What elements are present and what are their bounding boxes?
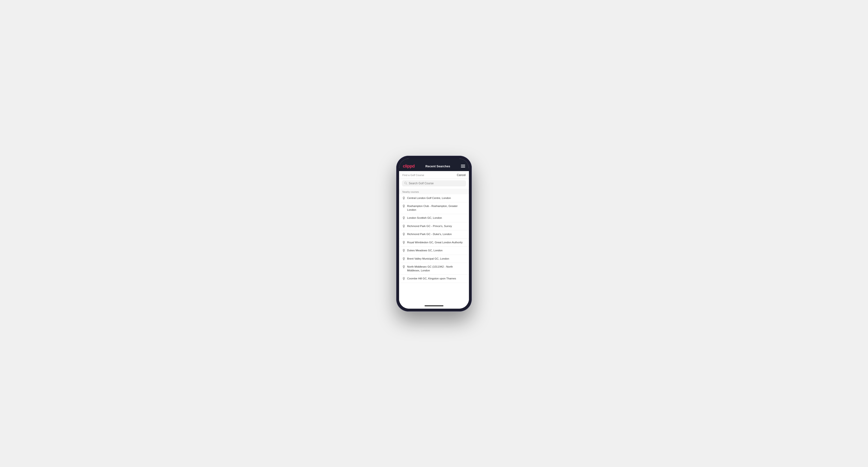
pin-icon [402, 225, 405, 228]
pin-icon [402, 249, 405, 252]
list-item[interactable]: Richmond Park GC - Prince's, Surrey [399, 222, 469, 230]
svg-point-4 [403, 217, 404, 218]
list-item[interactable]: Richmond Park GC - Duke's, London [399, 230, 469, 239]
svg-line-1 [406, 184, 407, 185]
pin-icon [402, 205, 405, 208]
course-name: Central London Golf Centre, London [407, 196, 451, 200]
pin-icon [402, 277, 405, 280]
phone-frame: clippd Recent Searches Find a Golf Cours… [396, 156, 472, 311]
course-name: Royal Wimbledon GC, Great London Authori… [407, 241, 463, 245]
find-header: Find a Golf Course Cancel [399, 171, 469, 179]
svg-point-9 [403, 258, 404, 259]
course-name: Brent Valley Municipal GC, London [407, 257, 449, 261]
svg-point-11 [403, 278, 404, 279]
pin-icon [402, 241, 405, 244]
course-list: Central London Golf Centre, London Roeha… [399, 194, 469, 304]
list-item[interactable]: London Scottish GC, London [399, 214, 469, 222]
list-item[interactable]: Dukes Meadows GC, London [399, 247, 469, 255]
main-content: Find a Golf Course Cancel Nearby courses [399, 171, 469, 304]
search-icon [404, 182, 407, 185]
list-item[interactable]: North Middlesex GC (1011942 - North Midd… [399, 263, 469, 275]
list-item[interactable]: Central London Golf Centre, London [399, 194, 469, 203]
course-name: North Middlesex GC (1011942 - North Midd… [407, 265, 466, 272]
nearby-section-label: Nearby courses [399, 189, 469, 194]
pin-icon [402, 216, 405, 220]
list-item[interactable]: Royal Wimbledon GC, Great London Authori… [399, 239, 469, 247]
course-name: London Scottish GC, London [407, 216, 442, 220]
app-logo: clippd [403, 164, 415, 169]
course-name: Roehampton Club - Roehampton, Greater Lo… [407, 205, 466, 212]
course-name: Dukes Meadows GC, London [407, 249, 442, 252]
svg-point-3 [403, 205, 404, 206]
status-bar [399, 159, 469, 162]
pin-icon [402, 265, 405, 269]
search-bar[interactable] [402, 180, 466, 186]
find-label: Find a Golf Course [402, 174, 424, 177]
list-item[interactable]: Roehampton Club - Roehampton, Greater Lo… [399, 202, 469, 214]
list-item[interactable]: Coombe Hill GC, Kingston upon Thames [399, 275, 469, 283]
pin-icon [402, 257, 405, 260]
pin-icon [402, 196, 405, 200]
svg-point-2 [403, 197, 404, 198]
app-header: clippd Recent Searches [399, 162, 469, 171]
course-name: Richmond Park GC - Duke's, London [407, 232, 452, 236]
page-title: Recent Searches [426, 164, 450, 168]
menu-icon[interactable] [461, 165, 465, 167]
list-item[interactable]: Brent Valley Municipal GC, London [399, 255, 469, 263]
svg-point-10 [403, 266, 404, 267]
cancel-button[interactable]: Cancel [457, 174, 466, 177]
search-input[interactable] [409, 182, 464, 185]
svg-point-7 [403, 241, 404, 242]
search-bar-container [399, 179, 469, 189]
home-indicator [399, 304, 469, 309]
phone-screen: clippd Recent Searches Find a Golf Cours… [399, 159, 469, 309]
course-name: Richmond Park GC - Prince's, Surrey [407, 224, 452, 228]
svg-point-6 [403, 234, 404, 234]
svg-point-5 [403, 225, 404, 226]
pin-icon [402, 233, 405, 236]
course-name: Coombe Hill GC, Kingston upon Thames [407, 277, 456, 281]
svg-point-8 [403, 250, 404, 251]
